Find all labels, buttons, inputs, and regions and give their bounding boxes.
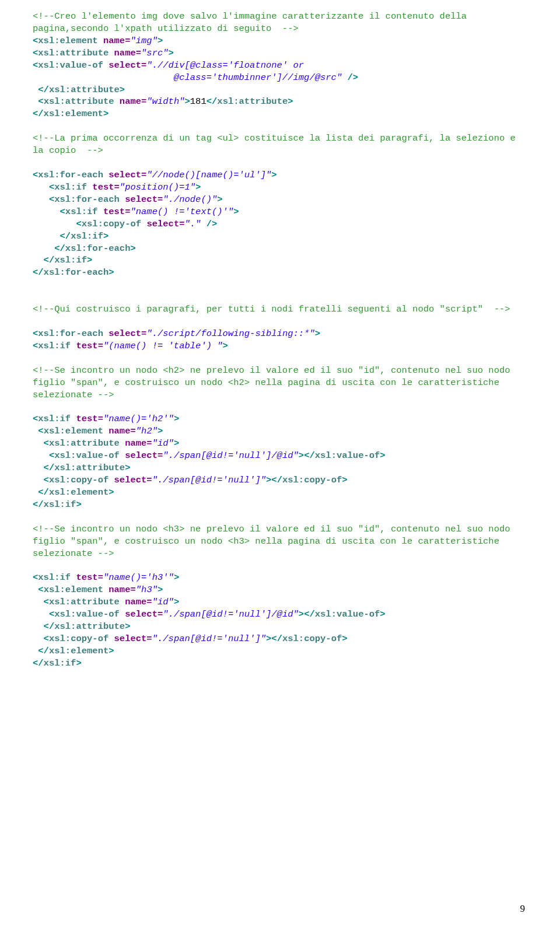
comment: <!--La prima occorrenza di un tag <ul> c… [33,133,521,156]
comment: <!--Creo l'elemento img dove salvo l'imm… [33,11,472,34]
comment: <!--Se incontro un nodo <h3> ne prelevo … [33,524,516,559]
code-block: <!--Creo l'elemento img dove salvo l'imm… [33,10,527,670]
comment: <!--Se incontro un nodo <h2> ne prelevo … [33,365,516,400]
page-number: 9 [520,902,526,916]
code-document-page: <!--Creo l'elemento img dove salvo l'imm… [0,0,560,931]
comment: <!--Qui costruisco i paragrafi, per tutt… [33,304,510,314]
